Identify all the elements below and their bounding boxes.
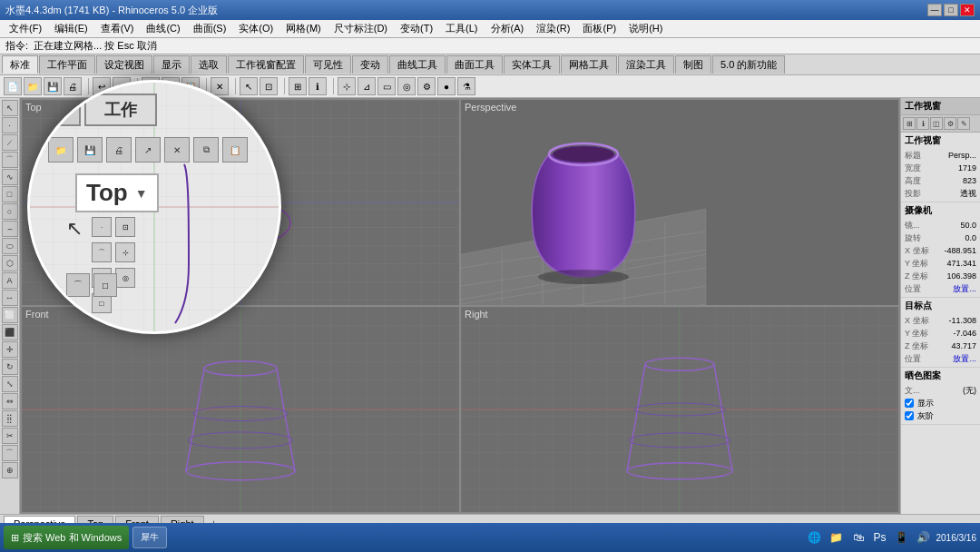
array-tool[interactable]: ⣿ xyxy=(2,410,18,427)
layer-icon[interactable]: ⊞ xyxy=(289,77,307,95)
mag-export-icon: ↗ xyxy=(135,137,161,163)
menu-solid[interactable]: 实体(O) xyxy=(233,20,279,37)
tab-standard[interactable]: 标准 xyxy=(2,55,38,74)
tab-new50[interactable]: 5.0 的新功能 xyxy=(712,55,785,74)
arc-tool[interactable]: ⌢ xyxy=(2,221,18,237)
rp-section-target: 目标点 X 坐标 -11.308 Y 坐标 -7.046 Z 坐标 43.717… xyxy=(901,298,980,368)
rp-row-campos[interactable]: 位置 放置... xyxy=(905,282,976,295)
circle-tool[interactable]: ○ xyxy=(2,203,18,220)
menu-surface[interactable]: 曲面(S) xyxy=(188,20,232,37)
polyline-tool[interactable]: ⟋ xyxy=(2,134,18,151)
menu-view[interactable]: 查看(V) xyxy=(95,20,140,37)
select-tool[interactable]: ↖ xyxy=(2,100,18,116)
record-icon[interactable]: ● xyxy=(437,77,456,95)
filter-icon[interactable]: ⚗ xyxy=(457,77,475,95)
tab-visible[interactable]: 可见性 xyxy=(305,55,351,74)
taskbar-ie-icon[interactable]: 🌐 xyxy=(806,528,824,547)
tab-display[interactable]: 显示 xyxy=(153,55,190,74)
start-button[interactable]: ⊞ 搜索 Web 和 Windows xyxy=(4,526,129,549)
viewport-front[interactable]: Front xyxy=(22,307,459,512)
mag-si-6: ◎ xyxy=(115,268,135,288)
taskbar-ps-icon[interactable]: Ps xyxy=(871,528,889,547)
ortho-icon[interactable]: ⊿ xyxy=(358,77,376,95)
mirror-tool[interactable]: ⇔ xyxy=(2,393,18,409)
rp-row-height: 高度 823 xyxy=(905,174,976,187)
extrude-tool[interactable]: ⬛ xyxy=(2,324,18,340)
tab-solidtools[interactable]: 实体工具 xyxy=(504,55,560,74)
tab-meshtools[interactable]: 网格工具 xyxy=(561,55,617,74)
rp-row-tpos[interactable]: 位置 放置... xyxy=(905,352,976,365)
menu-panels[interactable]: 面板(P) xyxy=(577,20,622,37)
close-button[interactable]: ✕ xyxy=(960,4,975,16)
menu-help[interactable]: 说明(H) xyxy=(623,20,668,37)
rp-row-texture-file: 文... (无) xyxy=(905,384,976,397)
rp-icon2[interactable]: ℹ xyxy=(916,117,929,130)
mag-si-1: · xyxy=(92,217,112,237)
mag-icon-row1: · ⊡ xyxy=(92,217,135,237)
ellipse-tool[interactable]: ⬭ xyxy=(2,238,18,254)
tab-vpcfg[interactable]: 工作视窗配置 xyxy=(228,55,304,74)
viewport-right[interactable]: Right xyxy=(461,307,898,512)
tab-setview[interactable]: 设定视图 xyxy=(96,55,152,74)
planar-icon[interactable]: ▭ xyxy=(377,77,396,95)
mag-copy-icon: ⧉ xyxy=(193,137,219,163)
polygon-tool[interactable]: ⬡ xyxy=(2,255,18,271)
rotate-tool[interactable]: ↻ xyxy=(2,359,18,375)
viewport-perspective[interactable]: Perspective xyxy=(461,100,898,305)
rp-show-checkbox[interactable] xyxy=(905,399,914,408)
text-tool[interactable]: A xyxy=(2,272,18,289)
rp-icon1[interactable]: ⊞ xyxy=(903,117,916,130)
taskbar-store-icon[interactable]: 🛍 xyxy=(849,528,867,547)
menu-mesh[interactable]: 网格(M) xyxy=(280,20,327,37)
taskbar-app-rhino[interactable]: 犀牛 xyxy=(132,527,167,548)
taskbar-misc-icon[interactable]: 📱 xyxy=(893,528,911,547)
taskbar-audio-icon[interactable]: 🔊 xyxy=(915,528,933,547)
windows-icon: ⊞ xyxy=(11,532,19,544)
new-icon[interactable]: 📄 xyxy=(4,77,22,95)
tab-curvetools[interactable]: 曲线工具 xyxy=(389,55,446,74)
dim-tool[interactable]: ↔ xyxy=(2,290,18,306)
rp-gray-checkbox[interactable] xyxy=(905,411,914,420)
rp-icon3[interactable]: ◫ xyxy=(930,117,943,130)
left-toolbar: ↖ · ⟋ ⌒ ∿ □ ○ ⌢ ⬭ ⬡ A ↔ ⬜ ⬛ ✛ ↻ ⤡ ⇔ ⣿ ✂ … xyxy=(0,98,20,514)
bool-tool[interactable]: ⊕ xyxy=(2,462,18,478)
menu-curve[interactable]: 曲线(C) xyxy=(141,20,185,37)
fillet-tool[interactable]: ⌒ xyxy=(2,445,18,461)
trim-tool[interactable]: ✂ xyxy=(2,428,18,444)
properties-icon[interactable]: ℹ xyxy=(309,77,327,95)
scale-tool[interactable]: ⤡ xyxy=(2,376,18,392)
tab-surftools[interactable]: 曲面工具 xyxy=(446,55,503,74)
right-wireframe xyxy=(461,307,898,512)
point-tool[interactable]: · xyxy=(2,117,18,133)
rect-tool[interactable]: □ xyxy=(2,186,18,202)
menu-analyze[interactable]: 分析(A) xyxy=(485,20,530,37)
menu-dim[interactable]: 尺寸标注(D) xyxy=(328,20,393,37)
surface-tool[interactable]: ⬜ xyxy=(2,307,18,323)
menu-tools[interactable]: 工具(L) xyxy=(440,20,483,37)
smart-icon[interactable]: ⚙ xyxy=(417,77,436,95)
move-tool[interactable]: ✛ xyxy=(2,341,18,358)
taskbar-folder-icon[interactable]: 📁 xyxy=(828,528,846,547)
tab-transform[interactable]: 变动 xyxy=(352,55,388,74)
osnap-icon[interactable]: ◎ xyxy=(397,77,416,95)
grid-snap-icon[interactable]: ⊹ xyxy=(338,77,356,95)
minimize-button[interactable]: — xyxy=(927,4,942,16)
tab-rendertools[interactable]: 渲染工具 xyxy=(618,55,674,74)
rp-row-width: 宽度 1719 xyxy=(905,162,976,174)
mag-bot-2: □ xyxy=(93,273,117,297)
rp-icon4[interactable]: ⚙ xyxy=(944,117,956,130)
menu-file[interactable]: 文件(F) xyxy=(4,20,47,37)
rp-icon5[interactable]: ✎ xyxy=(957,117,970,130)
menu-edit[interactable]: 编辑(E) xyxy=(49,20,93,37)
tab-workplane[interactable]: 工作平面 xyxy=(39,55,95,74)
curve-tool[interactable]: ⌒ xyxy=(2,152,18,168)
tab-draft[interactable]: 制图 xyxy=(675,55,711,74)
menu-render[interactable]: 渲染(R) xyxy=(531,20,575,37)
menu-transform[interactable]: 变动(T) xyxy=(395,20,438,37)
mag-si-3: ⌒ xyxy=(92,242,112,262)
cmd-status: 正在建立网格... 按 Esc 取消 xyxy=(34,39,157,53)
tab-select[interactable]: 选取 xyxy=(191,55,227,74)
rp-row-projection: 投影 透视 xyxy=(905,187,976,200)
freeform-tool[interactable]: ∿ xyxy=(2,169,18,185)
maximize-button[interactable]: □ xyxy=(944,4,958,16)
